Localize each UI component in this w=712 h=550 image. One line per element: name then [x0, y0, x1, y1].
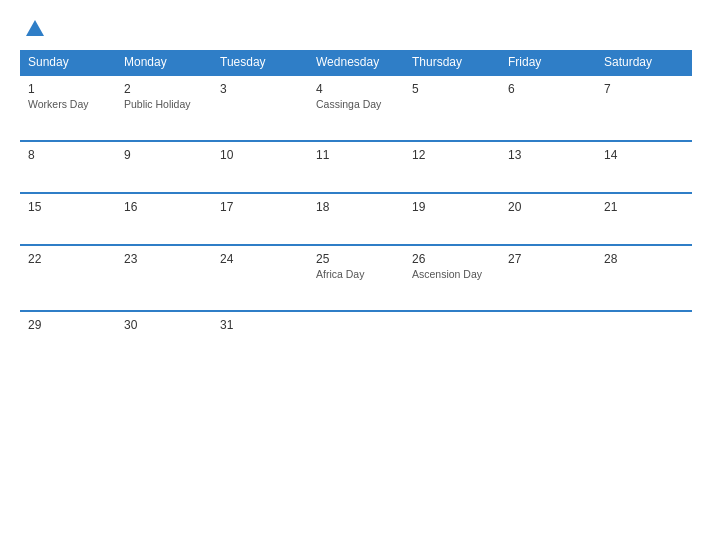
calendar-cell: 2Public Holiday [116, 75, 212, 141]
calendar-cell: 21 [596, 193, 692, 245]
day-number: 28 [604, 252, 684, 266]
holiday-label: Public Holiday [124, 98, 204, 110]
header [20, 18, 692, 40]
calendar-cell: 19 [404, 193, 500, 245]
weekday-header-tuesday: Tuesday [212, 50, 308, 75]
holiday-label: Africa Day [316, 268, 396, 280]
calendar-cell: 14 [596, 141, 692, 193]
logo-flag-icon [24, 18, 46, 40]
weekday-header-sunday: Sunday [20, 50, 116, 75]
holiday-label: Cassinga Day [316, 98, 396, 110]
day-number: 6 [508, 82, 588, 96]
calendar-cell: 24 [212, 245, 308, 311]
calendar-page: SundayMondayTuesdayWednesdayThursdayFrid… [0, 0, 712, 550]
calendar-cell: 12 [404, 141, 500, 193]
holiday-label: Ascension Day [412, 268, 492, 280]
day-number: 11 [316, 148, 396, 162]
day-number: 19 [412, 200, 492, 214]
calendar-cell: 15 [20, 193, 116, 245]
calendar-cell: 4Cassinga Day [308, 75, 404, 141]
calendar-cell: 9 [116, 141, 212, 193]
day-number: 27 [508, 252, 588, 266]
svg-marker-0 [26, 20, 44, 36]
week-row-3: 15161718192021 [20, 193, 692, 245]
calendar-cell: 25Africa Day [308, 245, 404, 311]
day-number: 13 [508, 148, 588, 162]
calendar-cell: 26Ascension Day [404, 245, 500, 311]
day-number: 17 [220, 200, 300, 214]
day-number: 22 [28, 252, 108, 266]
calendar-cell: 1Workers Day [20, 75, 116, 141]
day-number: 4 [316, 82, 396, 96]
calendar-cell [308, 311, 404, 362]
day-number: 25 [316, 252, 396, 266]
calendar-cell: 31 [212, 311, 308, 362]
day-number: 18 [316, 200, 396, 214]
day-number: 31 [220, 318, 300, 332]
calendar-cell: 10 [212, 141, 308, 193]
day-number: 14 [604, 148, 684, 162]
day-number: 30 [124, 318, 204, 332]
day-number: 10 [220, 148, 300, 162]
calendar-cell: 22 [20, 245, 116, 311]
calendar-cell: 5 [404, 75, 500, 141]
calendar-cell: 17 [212, 193, 308, 245]
day-number: 24 [220, 252, 300, 266]
day-number: 15 [28, 200, 108, 214]
day-number: 3 [220, 82, 300, 96]
day-number: 16 [124, 200, 204, 214]
calendar-cell: 30 [116, 311, 212, 362]
calendar-table: SundayMondayTuesdayWednesdayThursdayFrid… [20, 50, 692, 362]
weekday-header-wednesday: Wednesday [308, 50, 404, 75]
week-row-4: 22232425Africa Day26Ascension Day2728 [20, 245, 692, 311]
week-row-2: 891011121314 [20, 141, 692, 193]
calendar-cell: 13 [500, 141, 596, 193]
calendar-cell: 29 [20, 311, 116, 362]
calendar-cell: 6 [500, 75, 596, 141]
calendar-cell: 3 [212, 75, 308, 141]
calendar-cell [404, 311, 500, 362]
day-number: 8 [28, 148, 108, 162]
day-number: 23 [124, 252, 204, 266]
weekday-header-saturday: Saturday [596, 50, 692, 75]
weekday-header-monday: Monday [116, 50, 212, 75]
weekday-header-thursday: Thursday [404, 50, 500, 75]
week-row-5: 293031 [20, 311, 692, 362]
weekday-header-friday: Friday [500, 50, 596, 75]
calendar-cell: 11 [308, 141, 404, 193]
calendar-cell [500, 311, 596, 362]
day-number: 29 [28, 318, 108, 332]
day-number: 1 [28, 82, 108, 96]
logo [20, 18, 46, 40]
calendar-cell: 20 [500, 193, 596, 245]
calendar-cell: 18 [308, 193, 404, 245]
calendar-cell [596, 311, 692, 362]
day-number: 12 [412, 148, 492, 162]
day-number: 5 [412, 82, 492, 96]
day-number: 26 [412, 252, 492, 266]
week-row-1: 1Workers Day2Public Holiday34Cassinga Da… [20, 75, 692, 141]
calendar-cell: 8 [20, 141, 116, 193]
day-number: 21 [604, 200, 684, 214]
calendar-cell: 16 [116, 193, 212, 245]
calendar-cell: 27 [500, 245, 596, 311]
calendar-cell: 28 [596, 245, 692, 311]
weekday-header-row: SundayMondayTuesdayWednesdayThursdayFrid… [20, 50, 692, 75]
calendar-cell: 23 [116, 245, 212, 311]
day-number: 20 [508, 200, 588, 214]
day-number: 7 [604, 82, 684, 96]
day-number: 2 [124, 82, 204, 96]
holiday-label: Workers Day [28, 98, 108, 110]
calendar-cell: 7 [596, 75, 692, 141]
day-number: 9 [124, 148, 204, 162]
